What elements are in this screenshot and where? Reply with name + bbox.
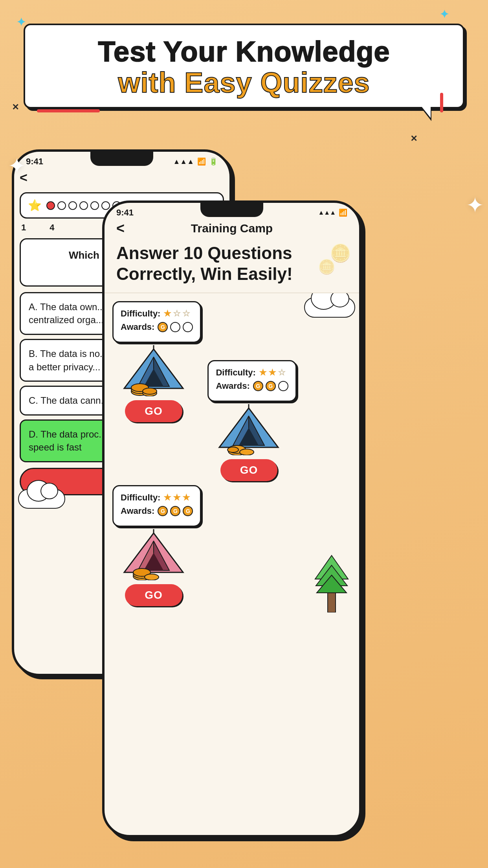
signal-icon: ▲▲▲: [173, 158, 194, 166]
camp3-awards: G G G: [158, 506, 193, 516]
camp-row-1: Difficulty: ★ ☆ ☆ Awards: G: [112, 301, 351, 481]
hero-title-line1: Test Your Knowledge: [41, 36, 447, 67]
camp3-diff-text: Difficulty:: [121, 493, 160, 503]
back-nav: <: [14, 167, 229, 188]
cloud-back-1: [18, 489, 65, 509]
camp1-award-1: G: [158, 322, 168, 332]
dot-2: [57, 201, 66, 210]
camp3-stars: ★ ★ ★: [163, 493, 190, 503]
front-wifi-icon: 📶: [339, 208, 347, 217]
dot-3: [68, 201, 77, 210]
back-time: 9:41: [26, 156, 43, 167]
cloud-front-1: [304, 297, 355, 318]
front-status-icons: ▲▲▲ 📶: [318, 208, 347, 217]
progress-num1: 1: [21, 223, 26, 233]
front-phone: 9:41 ▲▲▲ 📶 < Training Camp 🪙 🪙 Answer 10…: [102, 200, 361, 837]
tree-front: [312, 554, 351, 614]
svg-point-30: [145, 574, 159, 580]
camp3-go-container: GO: [112, 584, 195, 606]
camp2-award-3: [278, 381, 288, 391]
camp1-awards-text: Awards:: [121, 322, 154, 332]
back-phone-notch: [90, 152, 153, 166]
hero-title-line2: with Easy Quizzes: [41, 67, 447, 98]
answer-c-text: C. The data cann...: [29, 395, 109, 406]
blue-tent-svg-1: [120, 345, 187, 396]
camp3-difficulty-card: Difficulty: ★ ★ ★ Awards: G G G: [112, 485, 201, 527]
svg-point-21: [227, 447, 238, 452]
camp2-star-3: ☆: [278, 368, 286, 378]
deco-star-2: ✦: [440, 8, 449, 21]
back-status-icons: ▲▲▲ 📶 🔋: [173, 157, 218, 166]
svg-rect-31: [328, 593, 336, 612]
pink-tent-svg: [120, 529, 187, 580]
blue-tent-svg-2: [215, 404, 282, 455]
training-header: 🪙 🪙 Answer 10 QuestionsCorrectly, Win Ea…: [105, 239, 359, 293]
progress-num2: 4: [50, 223, 54, 233]
camp3-tent: [112, 529, 195, 582]
camp2-award-1: G: [253, 381, 263, 391]
deco-x-1: ✕: [12, 102, 19, 112]
camp1-go-button[interactable]: GO: [125, 400, 182, 422]
camp1-go-container: GO: [112, 400, 195, 422]
progress-star: ⭐: [28, 199, 42, 212]
front-time: 9:41: [116, 208, 134, 218]
dot-4: [79, 201, 88, 210]
sparkle-right: ✦: [466, 193, 484, 218]
camp2-tent: [207, 404, 290, 457]
camp1-diff-text: Difficulty:: [121, 309, 160, 319]
answer-b-text: B. The data is no...a better privacy...: [29, 348, 108, 372]
wifi-icon: 📶: [197, 157, 206, 166]
deco-x-3: ✕: [410, 134, 417, 144]
camp1-awards: G: [158, 322, 193, 332]
svg-point-20: [240, 449, 254, 455]
front-nav: < Training Camp: [105, 218, 359, 239]
camp2-diff-label: Difficulty: ★ ★ ☆: [216, 368, 288, 378]
camp1-star-3: ☆: [182, 309, 190, 319]
camp2-difficulty-card: Difficulty: ★ ★ ☆ Awards: G G: [207, 360, 296, 402]
camp1-difficulty-card: Difficulty: ★ ☆ ☆ Awards: G: [112, 301, 201, 343]
coin-deco-2: 🪙: [318, 259, 336, 275]
camp2-award-2: G: [266, 381, 276, 391]
camp3-star-2: ★: [173, 493, 181, 503]
camp2-go-button[interactable]: GO: [220, 459, 278, 481]
dot-5: [90, 201, 99, 210]
camp1-col: Difficulty: ★ ☆ ☆ Awards: G: [112, 301, 201, 422]
battery-icon: 🔋: [209, 157, 218, 166]
camp3-award-2: G: [170, 506, 180, 516]
camp1-awards-row: Awards: G: [121, 322, 193, 332]
hero-prefix: with: [118, 67, 184, 98]
camp1-stars: ★ ☆ ☆: [163, 309, 190, 319]
camp-cards-area: Difficulty: ★ ☆ ☆ Awards: G: [105, 293, 359, 614]
red-accent-v: [440, 93, 443, 112]
camp1-award-3: [183, 322, 193, 332]
front-nav-back[interactable]: <: [116, 220, 125, 237]
camp2-diff-text: Difficulty:: [216, 368, 255, 378]
camp2-stars: ★ ★ ☆: [259, 368, 286, 378]
camp1-tent: [112, 345, 195, 398]
camp3-go-button[interactable]: GO: [125, 584, 182, 606]
camp3-award-3: G: [183, 506, 193, 516]
camp3-col: Difficulty: ★ ★ ★ Awards: G G G: [112, 485, 201, 606]
front-nav-title: Training Camp: [191, 222, 273, 235]
camp1-award-2: [170, 322, 180, 332]
hero-highlight: Easy Quizzes: [184, 67, 370, 98]
sparkle-left: ✦: [8, 153, 26, 178]
camp2-col: Difficulty: ★ ★ ☆ Awards: G G: [207, 360, 296, 481]
training-title: Answer 10 QuestionsCorrectly, Win Easily…: [116, 243, 347, 285]
dot-1: [46, 201, 55, 210]
camp2-awards: G G: [253, 381, 288, 391]
camp-row-2: Difficulty: ★ ★ ★ Awards: G G G: [112, 485, 351, 606]
camp3-award-1: G: [158, 506, 168, 516]
svg-point-12: [143, 388, 157, 394]
answer-a-text: A. The data own...centralized orga...: [29, 302, 105, 326]
camp2-awards-text: Awards:: [216, 381, 250, 391]
camp2-go-container: GO: [207, 459, 290, 481]
camp1-star-1: ★: [163, 309, 171, 319]
red-accent-1: [37, 109, 100, 112]
front-signal-icon: ▲▲▲: [318, 209, 336, 216]
camp2-star-1: ★: [259, 368, 267, 378]
camp3-awards-text: Awards:: [121, 506, 154, 516]
answer-d-text: D. The data proc...speed is fast: [29, 429, 106, 453]
camp3-star-1: ★: [163, 493, 171, 503]
camp3-star-3: ★: [182, 493, 190, 503]
